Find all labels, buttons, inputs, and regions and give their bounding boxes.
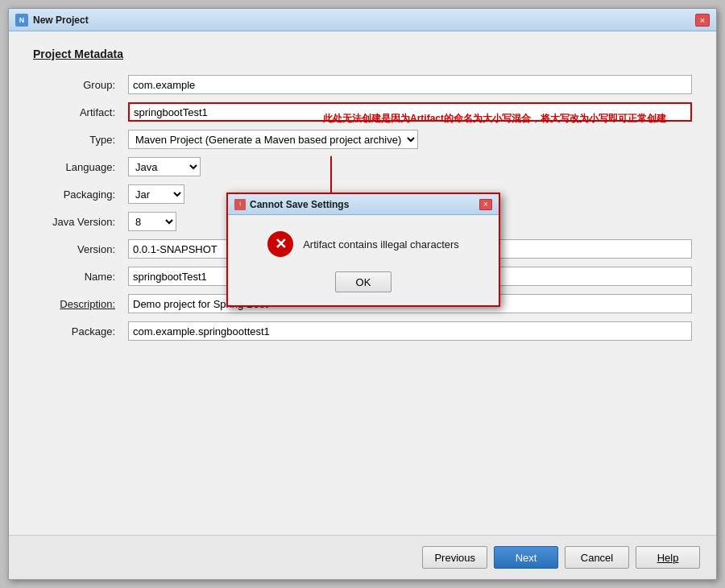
window-close-button[interactable]: × xyxy=(695,14,710,27)
help-button[interactable]: Help xyxy=(636,546,700,569)
content-area: Project Metadata Group: Artifact: Type: … xyxy=(9,31,716,535)
dialog-title-icon: ! xyxy=(234,199,246,210)
dialog-error-icon: ✕ xyxy=(267,231,293,257)
dialog-message-row: ✕ Artifact contains illegal characters xyxy=(267,231,459,257)
dialog-title-text: Cannot Save Settings xyxy=(250,199,349,210)
cannot-save-dialog: ! Cannot Save Settings × ✕ Artifact cont… xyxy=(226,193,500,307)
dialog-title-left: ! Cannot Save Settings xyxy=(234,199,349,210)
dialog-title-bar: ! Cannot Save Settings × xyxy=(228,194,499,215)
next-button[interactable]: Next xyxy=(494,546,558,569)
previous-button[interactable]: Previous xyxy=(422,546,487,569)
cancel-button[interactable]: Cancel xyxy=(565,546,629,569)
title-bar: N New Project × xyxy=(9,9,716,31)
dialog-message: Artifact contains illegal characters xyxy=(303,238,459,251)
dialog-body: ✕ Artifact contains illegal characters O… xyxy=(228,215,499,305)
window-title: New Project xyxy=(33,14,89,26)
main-window: N New Project × Project Metadata Group: … xyxy=(8,8,717,580)
dialog-ok-button[interactable]: OK xyxy=(335,271,392,292)
dialog-close-button[interactable]: × xyxy=(479,199,492,210)
title-bar-left: N New Project xyxy=(15,14,89,27)
window-icon: N xyxy=(15,14,28,27)
footer: Previous Next Cancel Help xyxy=(9,535,716,579)
dialog-overlay: ! Cannot Save Settings × ✕ Artifact cont… xyxy=(9,31,716,535)
